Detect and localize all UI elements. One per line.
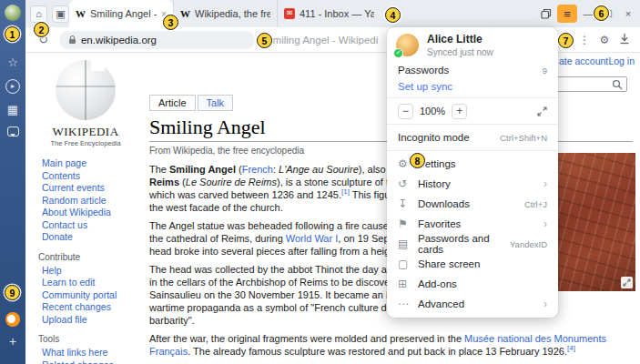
menu-item-favorites[interactable]: ⚑ Favorites › — [387, 214, 558, 234]
wiki-sidebar: WIKIPEDIA The Free Encyclopedia Main pag… — [25, 53, 137, 364]
tab-board-button[interactable]: ▣ — [52, 5, 69, 23]
article-image[interactable] — [554, 153, 635, 291]
sync-check-icon: ✓ — [393, 48, 403, 58]
menu-item-passwords-count[interactable]: Passwords 9 — [387, 62, 558, 78]
sidebar-link[interactable]: Current events — [35, 182, 137, 195]
wikipedia-favicon: W — [180, 8, 190, 19]
menu-item-label: Favorites — [418, 218, 461, 229]
sidebar-link[interactable]: About Wikipedia — [35, 207, 137, 219]
profile-avatar[interactable] — [5, 5, 21, 21]
sidebar-link[interactable]: What links here — [35, 347, 137, 359]
annotation-8: 8 — [410, 153, 425, 168]
article-link[interactable]: French — [242, 164, 273, 175]
zoom-out-button[interactable]: − — [398, 104, 413, 119]
tab-title: 411 - Inbox — Yandex Mail — [300, 8, 374, 19]
menu-item-advanced[interactable]: ⋯ Advanced › — [387, 294, 558, 314]
more-icon[interactable]: ⋮ — [574, 34, 594, 46]
url-text: en.wikipedia.org — [81, 35, 157, 46]
article-text: After the war, the original fragments we… — [149, 333, 464, 344]
annotation-9: 9 — [5, 285, 20, 300]
sidebar-link[interactable]: Random article — [35, 195, 137, 207]
zoom-controls: − 100% + — [387, 101, 558, 121]
setup-sync-link[interactable]: Set up sync — [387, 78, 558, 95]
tools-heading: Tools — [38, 334, 137, 344]
tab-talk[interactable]: Talk — [198, 95, 234, 111]
sidebar-link[interactable]: Donate — [35, 231, 137, 244]
zoom-level: 100% — [420, 106, 445, 116]
menu-item-label: Advanced — [418, 298, 464, 309]
article-text: barbarity". — [149, 315, 195, 326]
menu-item-label: Incognito mode — [398, 132, 470, 143]
cards-icon: ▤ — [398, 238, 413, 250]
menu-item-incognito[interactable]: Incognito mode Ctrl+Shift+N — [387, 127, 558, 147]
sidebar-link[interactable]: Contents — [35, 170, 137, 183]
tab-title: Wikipedia, the free encyclop — [195, 8, 270, 19]
sidebar-link[interactable]: Upload file — [35, 314, 137, 327]
create-account-link[interactable]: ate account — [559, 56, 608, 66]
sidebar-link[interactable]: Community portal — [35, 289, 137, 302]
annotation-1: 1 — [5, 26, 20, 42]
user-name: Alice Little — [427, 33, 493, 46]
article-paragraph: After the war, the original fragments we… — [149, 332, 633, 358]
article-link[interactable]: [4] — [567, 344, 575, 352]
sidebar-link[interactable]: Help — [35, 265, 137, 278]
menu-item-share-screen[interactable]: ▢ Share screen — [387, 254, 558, 274]
sidebar-link[interactable]: Contact us — [35, 219, 137, 232]
menu-item-downloads[interactable]: ↧ Downloads Ctrl+J — [387, 194, 558, 214]
favorites-flag-icon: ⚑ — [398, 217, 413, 230]
tab-wikipedia-main[interactable]: W Wikipedia, the free encyclop — [173, 0, 277, 27]
fullscreen-icon[interactable] — [537, 106, 547, 116]
lock-icon — [68, 35, 76, 45]
close-button[interactable]: × — [619, 4, 637, 24]
tab-smiling-angel[interactable]: W Smiling Angel - Wi × — [69, 0, 173, 27]
wiki-tools-list: What links hereRelated changesSpecial pa… — [35, 347, 137, 364]
sidebar-link[interactable]: Recent changes — [35, 301, 137, 314]
search-icon — [612, 79, 623, 90]
mail-favicon: ✉ — [284, 8, 295, 19]
sidebar-link[interactable]: Learn to edit — [35, 277, 137, 289]
video-play-icon[interactable]: ▸ — [5, 79, 20, 94]
messenger-icon[interactable] — [7, 126, 19, 136]
annotation-7: 7 — [558, 33, 574, 48]
article-text: ( — [179, 177, 186, 187]
menu-user-header[interactable]: ✓ Alice Little Synced just now — [387, 27, 558, 62]
menu-item-history[interactable]: ↺ History › — [387, 174, 558, 194]
menu-item-shortcut: Ctrl+Shift+N — [500, 133, 547, 143]
article-text: L'Ange au Sourire — [279, 164, 359, 175]
zoom-in-button[interactable]: + — [452, 104, 467, 119]
wikipedia-favicon: W — [76, 8, 86, 19]
image-expand-icon[interactable] — [621, 277, 633, 288]
extensions-icon[interactable]: ⚙ — [594, 34, 615, 46]
yandex-id-badge: YandexID — [510, 239, 547, 249]
article-text: The — [149, 164, 169, 175]
menu-item-add-ons[interactable]: ⊞ Add-ons — [387, 274, 558, 294]
article-link[interactable]: World War I — [286, 233, 338, 244]
tab-yandex-mail[interactable]: ✉ 411 - Inbox — Yandex Mail — [277, 0, 381, 27]
services-grid-icon[interactable]: ▦ — [5, 103, 20, 117]
user-avatar: ✓ — [396, 34, 419, 56]
alice-icon[interactable] — [5, 312, 20, 327]
sidebar-link[interactable]: Main page — [35, 157, 137, 170]
article-link[interactable]: [1] — [341, 187, 350, 196]
sidebar-add-icon[interactable]: + — [5, 335, 20, 349]
url-field[interactable]: en.wikipedia.org — [59, 31, 255, 49]
all-tabs-icon[interactable] — [537, 4, 555, 24]
browser-menu-button[interactable]: ≡ — [557, 5, 577, 23]
browser-left-sidebar: ☆ ▸ ▦ + — [0, 0, 25, 364]
tab-article[interactable]: Article — [149, 95, 196, 111]
window-controls: ≡ — ☐ × — [537, 4, 640, 24]
passwords-label: Passwords — [398, 65, 449, 76]
annotation-6: 6 — [594, 5, 609, 21]
menu-item-label: Passwords and cards — [418, 233, 510, 255]
wikipedia-logo[interactable] — [56, 60, 116, 120]
favorites-star-icon[interactable]: ☆ — [5, 56, 20, 70]
menu-item-passwords-and-cards[interactable]: ▤ Passwords and cards YandexID — [387, 234, 558, 254]
wiki-contribute-list: HelpLearn to editCommunity portalRecent … — [35, 265, 137, 327]
home-tab-button[interactable]: ⌂ — [30, 5, 47, 23]
login-link[interactable]: Log in — [608, 56, 635, 66]
annotation-4: 4 — [385, 7, 401, 23]
tab-bar: ⌂ ▣ W Smiling Angel - Wi × W Wikipedia, … — [25, 0, 640, 27]
download-icon[interactable] — [615, 33, 635, 47]
sidebar-link[interactable]: Related changes — [35, 359, 137, 364]
wikipedia-tagline: The Free Encyclopedia — [35, 139, 137, 147]
